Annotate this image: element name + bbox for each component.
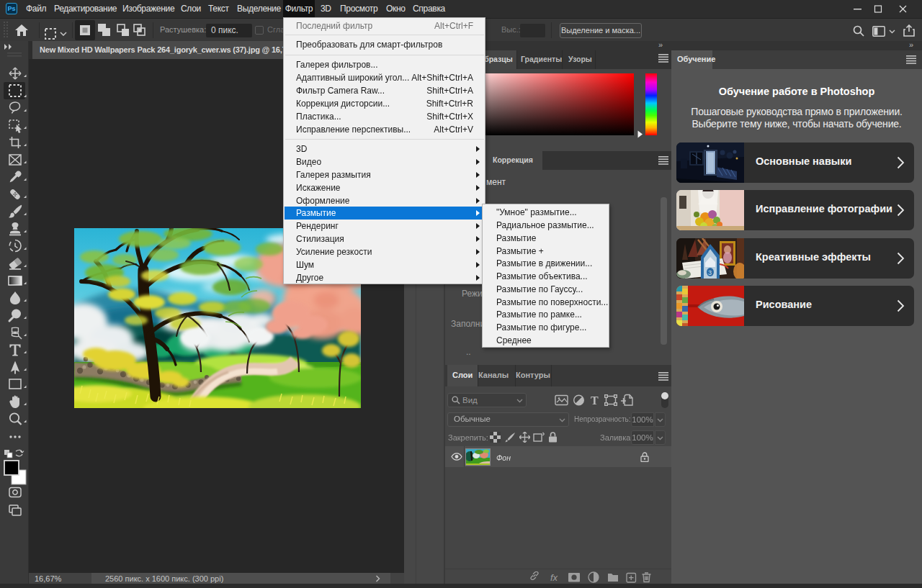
svg-text:fx: fx bbox=[550, 572, 558, 583]
svg-text:T: T bbox=[591, 394, 599, 407]
svg-text:3: 3 bbox=[708, 269, 712, 276]
